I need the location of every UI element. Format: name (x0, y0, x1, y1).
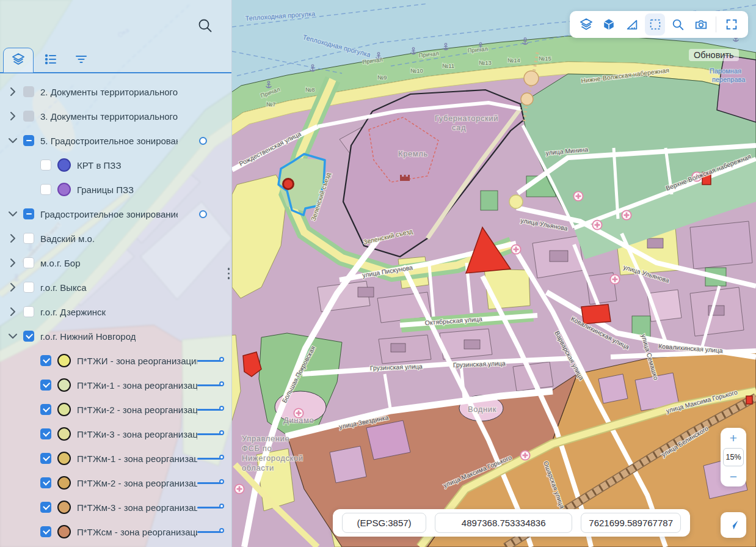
layer-row[interactable]: Границы ПЗЗ (0, 177, 231, 202)
layer-row[interactable]: м.о.г. Бор (0, 251, 231, 275)
coordinate-x-field[interactable]: 4897368.753334836 (435, 513, 572, 533)
layer-row[interactable]: П*ТЖИ - зона реорганизации з... (0, 348, 231, 373)
layer-label: П*ТЖм-3 - зона реорганизаци... (77, 502, 197, 513)
layer-checkbox[interactable] (40, 477, 51, 488)
layer-label: Вадский м.о. (40, 233, 95, 244)
layer-row[interactable]: П*ТЖи-2 - зона реорганизации... (0, 397, 231, 422)
chevron-icon[interactable] (7, 208, 18, 219)
layer-toggle[interactable] (199, 210, 207, 218)
opacity-slider[interactable] (197, 503, 223, 512)
layer-row[interactable]: Градостроительное зонирование (0, 202, 231, 226)
layers-icon (579, 17, 594, 32)
layer-checkbox[interactable] (23, 86, 34, 97)
sidebar-search-icon[interactable] (197, 17, 214, 34)
select-area-icon (649, 18, 662, 31)
chevron-icon[interactable] (7, 257, 18, 268)
layer-row[interactable]: 2. Документы территориального плани... (0, 79, 231, 104)
svg-text:№13: №13 (479, 59, 492, 66)
row-control (197, 381, 223, 389)
layer-checkbox[interactable] (23, 257, 34, 268)
opacity-slider[interactable] (197, 405, 223, 414)
layer-label: г.о.г. Выкса (40, 282, 87, 293)
zoom-out-button[interactable]: − (730, 470, 737, 483)
layer-label: П*ТЖи-1 - зона реорганизации ... (77, 380, 197, 391)
opacity-slider[interactable] (197, 527, 223, 536)
layer-checkbox[interactable] (23, 111, 34, 122)
layer-label: П*ТЖи-2 - зона реорганизации... (77, 405, 197, 415)
opacity-slider[interactable] (197, 356, 223, 365)
castle-icon (400, 175, 410, 181)
layer-checkbox[interactable] (23, 282, 34, 293)
layer-checkbox[interactable] (40, 355, 51, 366)
svg-text:Паромная: Паромная (710, 67, 741, 75)
chevron-icon[interactable] (7, 282, 18, 293)
svg-text:№11: №11 (442, 62, 454, 69)
layer-row[interactable]: 3. Документы территориального плани... (0, 104, 231, 128)
layer-row[interactable]: г.о.г. Выкса (0, 275, 231, 299)
layer-checkbox[interactable] (23, 331, 34, 342)
chevron-icon[interactable] (7, 111, 18, 122)
toolbar-divider (716, 17, 716, 32)
layer-row[interactable]: Вадский м.о. (0, 226, 231, 251)
svg-text:Кремль: Кремль (398, 149, 428, 158)
layer-checkbox[interactable] (40, 184, 51, 195)
tab-legend[interactable] (35, 48, 66, 73)
select-area-button[interactable] (645, 13, 666, 35)
layer-checkbox[interactable] (40, 453, 51, 464)
coordinate-y-field[interactable]: 7621699.589767787 (581, 513, 681, 533)
zoom-in-button[interactable]: + (730, 431, 737, 444)
refresh-button[interactable]: Обновить (689, 49, 739, 61)
fullscreen-button[interactable] (721, 13, 742, 35)
tab-filter[interactable] (66, 48, 96, 73)
chevron-icon[interactable] (7, 86, 18, 97)
layer-row[interactable]: П*ТЖи-1 - зона реорганизации ... (0, 373, 231, 397)
layer-row[interactable]: П*ТЖм-1 - зона реорганизации... (0, 446, 231, 471)
layer-checkbox[interactable] (23, 135, 34, 146)
layer-checkbox[interactable] (40, 428, 51, 439)
layer-checkbox[interactable] (23, 208, 34, 219)
map-marker[interactable] (283, 179, 294, 189)
layer-row[interactable]: П*ТЖсм - зона реорганизации ... (0, 519, 231, 544)
crs-field[interactable]: (EPSG:3857) (342, 513, 426, 533)
sidebar-resize-handle[interactable] (228, 268, 230, 279)
layer-label: П*ТЖм-1 - зона реорганизации... (77, 453, 197, 464)
chevron-icon[interactable] (7, 331, 18, 342)
zone-color-icon (57, 501, 71, 514)
chevron-icon[interactable] (7, 306, 18, 317)
layer-label: П*ТЖи-3 - зона реорганизации... (77, 429, 197, 439)
search-tool-button[interactable] (667, 13, 688, 35)
svg-text:ФСБ по: ФСБ по (242, 444, 272, 453)
layer-row[interactable]: г.о.г. Дзержинск (0, 299, 231, 324)
layer-checkbox[interactable] (23, 233, 34, 244)
opacity-slider[interactable] (197, 430, 223, 438)
measure-button[interactable] (622, 13, 642, 35)
layer-row[interactable]: КРТ в ПЗЗ (0, 153, 231, 177)
layer-toggle[interactable] (199, 137, 207, 145)
layer-row[interactable]: П*ТЖм-2 - зона реорганизац... (0, 471, 231, 495)
tab-layers[interactable] (3, 48, 34, 73)
svg-text:Водник: Водник (468, 405, 496, 414)
layer-label: г.о.г. Дзержинск (40, 307, 106, 317)
opacity-slider[interactable] (197, 479, 223, 487)
chevron-icon[interactable] (7, 233, 18, 244)
chevron-icon[interactable] (7, 135, 18, 146)
layer-checkbox[interactable] (40, 380, 51, 391)
layer-checkbox[interactable] (40, 526, 51, 537)
layer-row[interactable]: П*ТЖи-3 - зона реорганизации... (0, 422, 231, 446)
cube-3d-button[interactable] (599, 13, 620, 35)
opacity-slider[interactable] (197, 381, 223, 389)
layer-checkbox[interactable] (23, 306, 34, 317)
zone-color-icon (57, 525, 71, 538)
layer-checkbox[interactable] (40, 404, 51, 415)
layer-checkbox[interactable] (40, 502, 51, 513)
locate-button[interactable] (721, 512, 746, 538)
screenshot-button[interactable] (691, 13, 711, 35)
layers-tool-button[interactable] (576, 13, 597, 35)
layer-label: Границы ПЗЗ (77, 185, 134, 195)
svg-text:переправа: переправа (712, 76, 746, 83)
layer-checkbox[interactable] (40, 160, 51, 171)
opacity-slider[interactable] (197, 454, 223, 463)
layer-row[interactable]: П*ТЖм-3 - зона реорганизаци... (0, 495, 231, 519)
layer-row[interactable]: 5. Градостроительное зонирование (0, 128, 231, 153)
layer-row[interactable]: г.о.г. Нижний Новгород (0, 324, 231, 348)
